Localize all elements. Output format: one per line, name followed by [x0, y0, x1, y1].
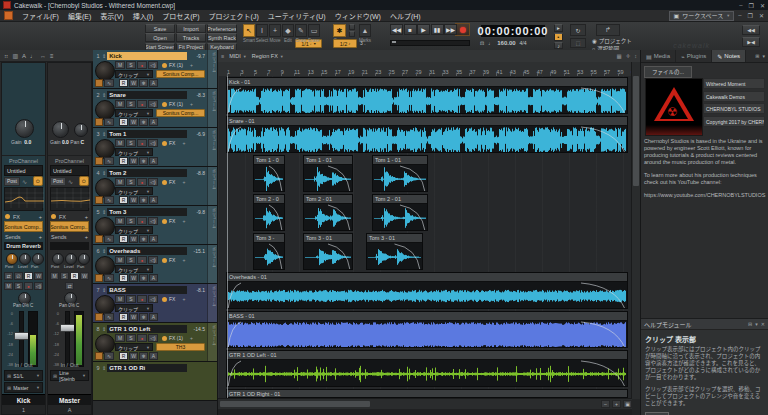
fx-power-icon[interactable]	[162, 180, 167, 185]
tool-select-button[interactable]: I	[256, 24, 268, 37]
waveform-view-icon[interactable]: ∿	[104, 196, 114, 204]
export-button[interactable]: ↱	[596, 24, 620, 36]
volume-fader[interactable]	[60, 324, 75, 332]
automation-write-button[interactable]: W	[129, 196, 138, 204]
prochannel-power-button[interactable]: ⏻	[33, 176, 43, 186]
clip-lane[interactable]: BASS - 01	[218, 310, 632, 350]
loop-selection-button[interactable]: ⬚	[570, 38, 586, 48]
track-vertical-strip[interactable]: ボリューム	[207, 89, 218, 127]
post-button[interactable]: Post	[50, 177, 66, 186]
automation-write-button[interactable]: W	[129, 352, 138, 360]
audio-clip[interactable]: Tom 3 - 01	[366, 233, 423, 270]
track-arm-button[interactable]: ●	[137, 256, 147, 264]
waveform-view-icon[interactable]: ∿	[104, 274, 114, 282]
file-info-button[interactable]: ファイルの...	[644, 66, 692, 78]
save-button[interactable]: Save	[145, 24, 175, 33]
track-arm-button[interactable]: ●	[137, 178, 147, 186]
input-dropdown[interactable]: ⊞S1/L▼	[4, 370, 43, 381]
send-destination[interactable]	[50, 242, 89, 250]
fx-power-icon[interactable]	[5, 214, 10, 219]
menu-item[interactable]: プロジェクト(J)	[209, 11, 259, 21]
clips-pane-menu[interactable]: MIDI▼	[229, 53, 247, 59]
tab-media[interactable]: ▤Media	[641, 50, 676, 62]
clip-lane[interactable]: GTR 1 OD Left - 01	[218, 349, 632, 389]
time-ruler[interactable]: 1357911131517192123252729313335373941434…	[218, 62, 632, 77]
open-button[interactable]: Open	[145, 33, 175, 42]
track-name[interactable]: Tom 2	[107, 169, 187, 177]
menu-item[interactable]: プロセス(P)	[162, 11, 199, 21]
input-echo-icon[interactable]: ⇕	[102, 209, 106, 215]
track-vertical-strip[interactable]: ボリューム	[207, 167, 218, 205]
fx-power-icon[interactable]	[162, 258, 167, 263]
track-name[interactable]: Tom 3	[107, 208, 187, 216]
metronome-icon[interactable]: ♩	[488, 40, 493, 46]
tool-erase-button[interactable]: ▭	[308, 24, 320, 37]
menu-item[interactable]: ヘルプ(H)	[390, 11, 421, 21]
fx-power-icon[interactable]	[162, 297, 167, 302]
track-echo-button[interactable]: ◁)	[148, 334, 158, 342]
track-mute-button[interactable]: M	[115, 256, 125, 264]
track-mute-button[interactable]: M	[115, 139, 125, 147]
meter-value[interactable]: 4/4	[520, 40, 527, 46]
track-color-chip[interactable]	[95, 313, 103, 321]
track-fx-label[interactable]: FX	[169, 218, 175, 224]
input-echo-icon[interactable]: ⇕	[102, 53, 106, 59]
note-field[interactable]: Withered Moment	[703, 78, 765, 89]
track-color-chip[interactable]	[95, 79, 103, 87]
automation-read-button[interactable]: R	[119, 313, 128, 321]
clip-lane[interactable]: Snare - 01	[218, 115, 632, 155]
menu-item[interactable]: ウィンドウ(W)	[335, 11, 381, 21]
eq-graph[interactable]	[50, 187, 89, 211]
preferences-button[interactable]: Preferences	[207, 24, 237, 33]
loop-toggle-button[interactable]: ↻	[570, 24, 586, 36]
automation-archive-button[interactable]: A	[149, 313, 158, 321]
automation-read-button[interactable]: R	[119, 196, 128, 204]
track-header-gtr-1-od-ri[interactable]: 9⇕GTR 1 OD Ri	[93, 362, 218, 401]
tracks-button[interactable]: Tracks	[176, 33, 206, 42]
audio-clip[interactable]: Tom 3 -	[253, 233, 285, 270]
track-mute-button[interactable]: M	[115, 217, 125, 225]
automation-write-button[interactable]: W	[129, 79, 138, 87]
snap-toggle-button[interactable]: ✱	[333, 24, 346, 37]
collapse-left-button[interactable]: ◀◀	[742, 25, 760, 35]
input-echo-icon[interactable]: ⇕	[102, 131, 106, 137]
track-color-chip[interactable]	[95, 235, 103, 243]
track-header-snare[interactable]: 2⇕Snare-8.3MS●◁)FX (1)+クリップ▼Sonitus Comp…	[93, 89, 218, 128]
track-plugin-chip[interactable]: TH3	[156, 343, 205, 351]
track-solo-button[interactable]: S	[126, 217, 136, 225]
track-header-tom-1[interactable]: 3⇕Tom 1-6.9MS●◁)FX+クリップ▼∿RW❄Aボリューム	[93, 128, 218, 167]
clips-tool-icon[interactable]: ↕	[634, 53, 637, 59]
waveform-view-icon[interactable]: ∿	[104, 235, 114, 243]
now-time-cursor[interactable]	[227, 76, 228, 399]
track-header-overheads[interactable]: 6⇕Overheads-15.1MS●◁)FX+クリップ▼∿RW❄Aボリューム	[93, 245, 218, 284]
strip-button-⇄[interactable]: ⇄	[65, 282, 74, 290]
track-solo-button[interactable]: S	[126, 256, 136, 264]
strip-button-W[interactable]: W	[34, 272, 43, 280]
tool-move-button[interactable]: +	[269, 24, 281, 37]
input-echo-icon[interactable]: ⇕	[102, 287, 106, 293]
strip-button-R[interactable]: R	[24, 272, 33, 280]
horizontal-scrollbar[interactable]: – + ▣	[218, 398, 632, 409]
gain-knob[interactable]	[15, 119, 34, 138]
track-solo-button[interactable]: S	[126, 334, 136, 342]
inspector-display-icon[interactable]: ⠶	[4, 52, 8, 59]
strip-button-W[interactable]: W	[80, 272, 89, 280]
track-arm-button[interactable]: ●	[137, 139, 147, 147]
track-mute-button[interactable]: M	[115, 295, 125, 303]
track-header-gtr-1-od-left[interactable]: 8⇕GTR 1 OD Left-14.5MS●◁)FX (1)+クリップ▼TH3…	[93, 323, 218, 362]
fx-add-icon[interactable]: +	[39, 214, 42, 220]
play-list-toggle[interactable]: ▸	[554, 24, 563, 32]
audio-clip[interactable]: Tom 1 - 0	[253, 155, 285, 192]
automation-write-button[interactable]: W	[129, 157, 138, 165]
clips-pane-menu[interactable]: Region FX▼	[252, 53, 284, 59]
strip-name[interactable]: Kick	[2, 394, 45, 405]
send-add-icon[interactable]: +	[39, 234, 42, 240]
track-echo-button[interactable]: ◁)	[148, 61, 158, 69]
automation-freeze-button[interactable]: ❄	[139, 274, 148, 282]
audio-clip[interactable]: Tom 3 - 01	[303, 233, 353, 270]
edit-filter-dropdown[interactable]: クリップ▼	[115, 148, 153, 156]
input-echo-icon[interactable]: ⇕	[102, 326, 106, 332]
automation-freeze-button[interactable]: ❄	[139, 157, 148, 165]
track-name[interactable]: Tom 1	[107, 130, 187, 138]
audio-clip[interactable]: GTR 1 OD Left - 01	[226, 350, 628, 387]
